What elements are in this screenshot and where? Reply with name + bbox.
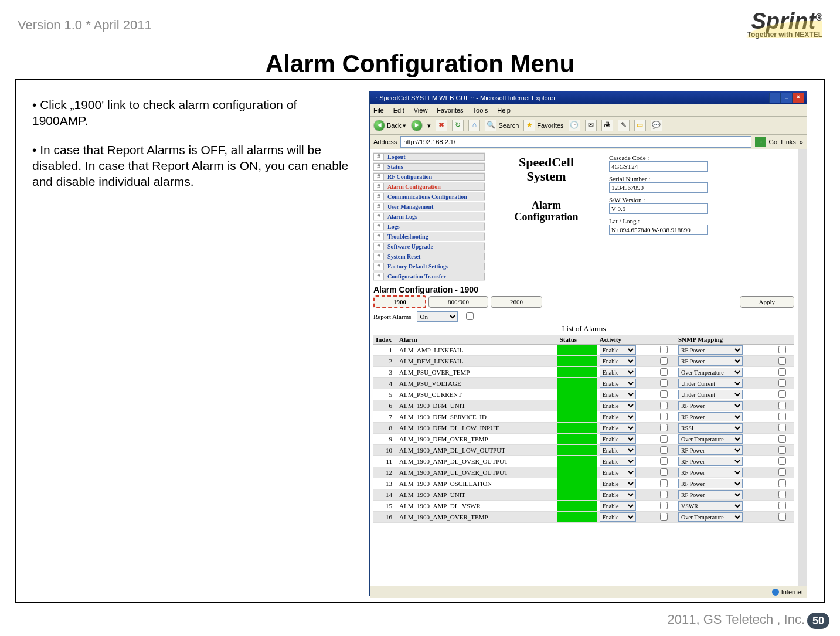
mapping-checkbox[interactable]	[778, 402, 786, 409]
favorites-button[interactable]: ★ Favorites	[523, 120, 563, 131]
activity-checkbox[interactable]	[660, 502, 668, 509]
apply-button[interactable]: Apply	[740, 296, 795, 308]
activity-select[interactable]: Enable	[600, 434, 636, 444]
activity-checkbox[interactable]	[660, 446, 668, 454]
menu-edit[interactable]: Edit	[393, 107, 404, 114]
sw-input[interactable]	[609, 203, 708, 214]
nav-item[interactable]: #RF Configuration	[373, 172, 485, 182]
stop-icon[interactable]: ✖	[436, 120, 447, 131]
activity-checkbox[interactable]	[660, 435, 668, 443]
go-button[interactable]: →	[755, 137, 766, 147]
activity-select[interactable]: Enable	[600, 490, 636, 499]
menu-file[interactable]: File	[373, 107, 384, 114]
nav-item[interactable]: #Factory Default Settings	[373, 261, 485, 271]
mapping-select[interactable]: Under Current	[678, 390, 743, 399]
activity-checkbox[interactable]	[660, 346, 668, 353]
mapping-select[interactable]: Over Temperature	[678, 434, 743, 444]
mapping-select[interactable]: RSSI	[678, 423, 743, 433]
activity-select[interactable]: Enable	[600, 345, 636, 355]
mapping-checkbox[interactable]	[778, 435, 786, 443]
mapping-checkbox[interactable]	[778, 413, 786, 420]
activity-select[interactable]: Enable	[600, 457, 636, 466]
nav-item[interactable]: #Software Upgrade	[373, 242, 485, 251]
nav-item[interactable]: #Alarm Configuration	[373, 182, 485, 192]
links-label[interactable]: Links	[781, 138, 796, 145]
activity-select[interactable]: Enable	[600, 445, 636, 455]
mapping-select[interactable]: RF Power	[678, 356, 743, 366]
refresh-icon[interactable]: ↻	[452, 120, 464, 131]
tab-800-900[interactable]: 800/900	[428, 296, 488, 308]
print-icon[interactable]: 🖶	[601, 120, 613, 131]
mapping-checkbox[interactable]	[778, 457, 786, 465]
nav-item[interactable]: #System Reset	[373, 251, 485, 261]
mapping-select[interactable]: RF Power	[678, 412, 743, 421]
address-input[interactable]	[400, 136, 751, 148]
activity-select[interactable]: Enable	[600, 390, 636, 399]
menu-favorites[interactable]: Favorites	[437, 107, 463, 114]
nav-item[interactable]: #Logs	[373, 222, 485, 232]
tab-2600[interactable]: 2600	[491, 296, 542, 308]
close-button[interactable]: ×	[793, 93, 804, 103]
mapping-checkbox[interactable]	[778, 446, 786, 454]
activity-select[interactable]: Enable	[600, 412, 636, 421]
cascade-input[interactable]	[609, 161, 708, 172]
activity-select[interactable]: Enable	[600, 501, 636, 511]
activity-select[interactable]: Enable	[600, 468, 636, 477]
mapping-select[interactable]: Over Temperature	[678, 368, 743, 377]
activity-checkbox[interactable]	[660, 368, 668, 376]
mapping-select[interactable]: Under Current	[678, 379, 743, 388]
mapping-checkbox[interactable]	[778, 368, 786, 376]
mapping-checkbox[interactable]	[778, 479, 786, 487]
activity-checkbox[interactable]	[660, 479, 668, 487]
mapping-checkbox[interactable]	[778, 468, 786, 476]
activity-checkbox[interactable]	[660, 379, 668, 387]
mapping-select[interactable]: Over Temperature	[678, 512, 743, 522]
activity-checkbox[interactable]	[660, 491, 668, 498]
mapping-checkbox[interactable]	[778, 513, 786, 521]
mapping-select[interactable]: RF Power	[678, 457, 743, 466]
maximize-button[interactable]: □	[781, 93, 793, 103]
tab-1900[interactable]: 1900	[373, 295, 426, 308]
mapping-checkbox[interactable]	[778, 379, 786, 387]
activity-checkbox[interactable]	[660, 424, 668, 431]
discuss-icon[interactable]: 💬	[651, 120, 662, 131]
minimize-button[interactable]: _	[769, 93, 781, 103]
activity-checkbox[interactable]	[660, 357, 668, 365]
activity-select[interactable]: Enable	[600, 423, 636, 433]
mapping-select[interactable]: VSWR	[678, 501, 743, 511]
mapping-select[interactable]: RF Power	[678, 490, 743, 499]
scrollbar[interactable]	[798, 149, 807, 586]
nav-item[interactable]: #Alarm Logs	[373, 212, 485, 222]
activity-checkbox[interactable]	[660, 468, 668, 476]
nav-item[interactable]: #Communications Configuration	[373, 192, 485, 202]
mapping-select[interactable]: RF Power	[678, 479, 743, 488]
mapping-checkbox[interactable]	[778, 390, 786, 398]
mapping-checkbox[interactable]	[778, 424, 786, 431]
back-button[interactable]: ◄ Back ▾	[373, 120, 406, 131]
report-alarms-select[interactable]: On	[417, 311, 458, 322]
history-icon[interactable]: 🕒	[569, 120, 580, 131]
activity-select[interactable]: Enable	[600, 512, 636, 522]
mapping-checkbox[interactable]	[778, 502, 786, 509]
activity-select[interactable]: Enable	[600, 356, 636, 366]
mapping-select[interactable]: RF Power	[678, 401, 743, 410]
activity-select[interactable]: Enable	[600, 368, 636, 377]
search-button[interactable]: 🔍 Search	[485, 120, 519, 131]
nav-item[interactable]: #User Management	[373, 202, 485, 212]
menu-view[interactable]: View	[414, 107, 428, 114]
report-alarms-checkbox[interactable]	[466, 312, 474, 320]
activity-select[interactable]: Enable	[600, 401, 636, 410]
mapping-checkbox[interactable]	[778, 357, 786, 365]
activity-checkbox[interactable]	[660, 390, 668, 398]
menu-help[interactable]: Help	[497, 107, 511, 114]
home-icon[interactable]: ⌂	[468, 120, 480, 131]
mail-icon[interactable]: ✉	[585, 120, 597, 131]
forward-button[interactable]: ►	[411, 120, 423, 131]
nav-item[interactable]: #Configuration Transfer	[373, 271, 485, 281]
activity-checkbox[interactable]	[660, 513, 668, 521]
nav-item[interactable]: #Logout	[373, 152, 485, 162]
mapping-select[interactable]: RF Power	[678, 468, 743, 477]
mapping-select[interactable]: RF Power	[678, 445, 743, 455]
activity-checkbox[interactable]	[660, 402, 668, 409]
mapping-checkbox[interactable]	[778, 346, 786, 353]
